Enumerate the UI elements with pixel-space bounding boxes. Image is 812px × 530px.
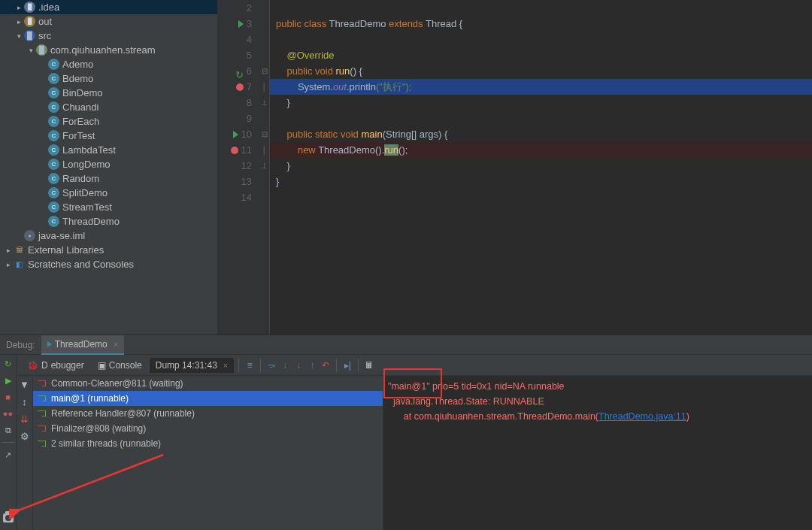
step-over-icon[interactable]: ⤼ (265, 359, 277, 371)
run-tab-icon (47, 341, 52, 347)
chevron-right-icon: ▸ (3, 261, 14, 268)
class-icon: C (48, 116, 59, 127)
frames-icon[interactable]: ≡ (244, 359, 256, 371)
code-editor[interactable]: 2 3 4 5 ↻6 7 8 9 10 11 12 13 14 ⊟│⊥⊟│⊥ p… (218, 0, 812, 335)
library-icon: 🏛 (14, 244, 25, 256)
file-icon: ▪ (24, 230, 35, 241)
bug-icon: 🐞 (27, 360, 38, 371)
folder-idea[interactable]: ▸ ▉ .idea (0, 0, 217, 14)
file-row[interactable]: CBinDemo (0, 86, 217, 100)
file-row[interactable]: CForEach (0, 114, 217, 129)
config-icon[interactable]: ⚙ (20, 431, 29, 442)
class-icon: C (48, 216, 59, 227)
folder-out[interactable]: ▸ ▉ out (0, 14, 217, 29)
highlight-rect (383, 368, 442, 398)
file-iml[interactable]: ▪java-se.iml (0, 229, 217, 243)
file-row[interactable]: CLongDemo (0, 157, 217, 171)
force-step-icon[interactable]: ↓ (292, 359, 304, 371)
class-icon: C (48, 187, 59, 198)
thread-row[interactable]: ⫎Finalizer@808 (waiting) (33, 421, 383, 436)
console-tab[interactable]: ▣Console (92, 358, 148, 373)
source-folder-icon: ▉ (24, 30, 35, 41)
resume-icon[interactable]: ▶ (2, 374, 14, 386)
dump-tab[interactable]: Dump 14:31:43× (150, 358, 235, 373)
file-row[interactable]: CLambdaTest (0, 143, 217, 157)
folder-icon: ▉ (24, 16, 35, 27)
scratches-icon: ◧ (14, 259, 25, 270)
folder-icon: ▉ (24, 2, 35, 13)
stop-icon[interactable]: ■ (2, 391, 14, 403)
breakpoints-icon[interactable]: ●● (2, 407, 14, 419)
file-row[interactable]: CAdemo (0, 57, 217, 71)
source-link[interactable]: ThreadDemo.java:11 (598, 411, 686, 422)
close-icon[interactable]: × (114, 340, 118, 349)
sort-icon[interactable]: ↕ (22, 396, 27, 407)
chevron-down-icon: ▾ (14, 32, 24, 40)
stack-trace[interactable]: "main@1" prio=5 tid=0x1 nid=NA runnable … (383, 376, 812, 530)
merge-icon[interactable]: ⇊ (20, 413, 29, 425)
project-tree[interactable]: ▸ ▉ .idea ▸ ▉ out ▾ ▉ src ▾ ▉ com.qiuhua… (0, 0, 218, 335)
scratches[interactable]: ▸ ◧ Scratches and Consoles (0, 257, 217, 271)
breakpoint-icon[interactable] (236, 83, 244, 91)
run-icon[interactable] (238, 20, 244, 28)
chevron-right-icon: ▸ (14, 18, 24, 26)
debugger-tab[interactable]: 🐞Debugger (21, 358, 90, 373)
class-icon: C (48, 73, 59, 84)
evaluate-icon[interactable]: 🖩 (363, 359, 375, 371)
annotation-arrow (9, 451, 167, 519)
thread-row[interactable]: ⫎main@1 (runnable) (33, 391, 383, 406)
thread-run-icon: ⫎ (38, 393, 47, 404)
thread-wait-icon: ⫎ (38, 423, 47, 434)
breakpoint-icon[interactable] (231, 147, 238, 154)
thread-run-icon: ⫎ (38, 408, 47, 419)
step-into-icon[interactable]: ↓ (279, 359, 291, 371)
package-icon: ▉ (36, 44, 47, 56)
class-icon: C (48, 130, 59, 141)
external-libs[interactable]: ▸ 🏛 External Libraries (0, 243, 217, 257)
console-icon: ▣ (98, 360, 106, 371)
close-icon[interactable]: × (223, 361, 228, 370)
run-to-cursor-icon[interactable]: ▸| (341, 359, 353, 371)
line-gutter[interactable]: 2 3 4 5 ↻6 7 8 9 10 11 12 13 14 (218, 0, 259, 335)
thread-row[interactable]: ⫎Reference Handler@807 (runnable) (33, 406, 383, 421)
class-icon: C (48, 101, 59, 113)
thread-run-icon: ⫎ (38, 438, 47, 449)
chevron-down-icon: ▾ (26, 47, 36, 54)
thread-row[interactable]: ⫎2 similar threads (runnable) (33, 436, 383, 451)
file-row[interactable]: CSplitDemo (0, 186, 217, 200)
file-row[interactable]: CStreamTest (0, 200, 217, 214)
filter-icon[interactable]: ▼ (20, 379, 29, 390)
class-icon: C (48, 144, 59, 156)
package-row[interactable]: ▾ ▉ com.qiuhuanhen.stream (0, 43, 217, 57)
debug-tab[interactable]: ThreadDemo × (41, 335, 124, 355)
svg-line-1 (20, 455, 163, 510)
file-row[interactable]: CThreadDemo (0, 214, 217, 229)
file-row[interactable]: CChuandi (0, 100, 217, 114)
class-icon: C (48, 159, 59, 170)
class-icon: C (48, 59, 59, 70)
layout-icon[interactable]: ⧉ (2, 424, 14, 436)
class-icon: C (48, 87, 59, 98)
file-row[interactable]: CRandom (0, 171, 217, 186)
run-icon[interactable] (233, 131, 238, 138)
class-icon: C (48, 201, 59, 213)
file-row[interactable]: CBdemo (0, 71, 217, 86)
folder-src[interactable]: ▾ ▉ src (0, 29, 217, 43)
fold-gutter[interactable]: ⊟│⊥⊟│⊥ (259, 0, 270, 335)
chevron-right-icon: ▸ (14, 4, 24, 11)
file-row[interactable]: CForTest (0, 129, 217, 143)
debug-label: Debug: (0, 335, 41, 355)
step-out-icon[interactable]: ↑ (306, 359, 318, 371)
thread-row[interactable]: ⫎Common-Cleaner@811 (waiting) (33, 376, 383, 391)
thread-wait-icon: ⫎ (38, 378, 47, 389)
chevron-right-icon: ▸ (3, 247, 14, 254)
drop-frame-icon[interactable]: ↶ (320, 359, 332, 371)
class-icon: C (48, 173, 59, 184)
rerun-icon[interactable]: ↻ (2, 358, 14, 370)
